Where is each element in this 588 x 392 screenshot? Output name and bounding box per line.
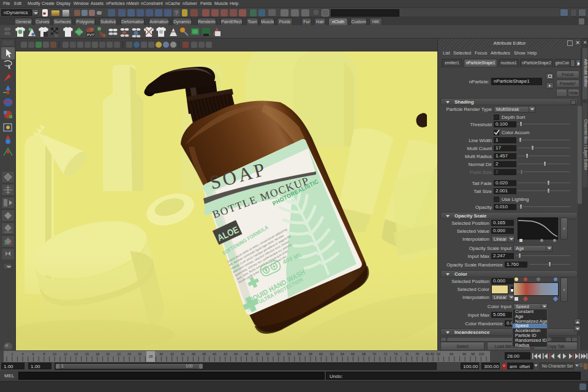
svg-text:28: 28 <box>149 355 153 358</box>
svg-text:66: 66 <box>351 352 355 356</box>
svg-text:92: 92 <box>437 352 440 356</box>
svg-text:48: 48 <box>255 352 259 356</box>
svg-text:32: 32 <box>170 352 174 356</box>
svg-text:10: 10 <box>53 352 56 356</box>
svg-text:4: 4 <box>21 352 23 356</box>
svg-text:44: 44 <box>234 352 238 356</box>
svg-text:14: 14 <box>74 352 78 356</box>
svg-text:94: 94 <box>450 352 453 356</box>
svg-text:46: 46 <box>244 352 248 356</box>
svg-text:56: 56 <box>298 352 301 356</box>
svg-text:12: 12 <box>64 352 67 356</box>
svg-text:26: 26 <box>138 352 141 356</box>
svg-text:40: 40 <box>213 352 216 356</box>
svg-text:42: 42 <box>224 352 227 356</box>
svg-text:20: 20 <box>106 352 110 356</box>
svg-text:36: 36 <box>192 352 195 356</box>
svg-text:2: 2 <box>11 352 13 356</box>
svg-text:100: 100 <box>478 352 484 356</box>
svg-text:76: 76 <box>405 352 409 356</box>
svg-text:70: 70 <box>372 352 376 356</box>
svg-text:58: 58 <box>309 352 312 356</box>
svg-text:16: 16 <box>85 352 89 356</box>
svg-text:6: 6 <box>32 352 34 356</box>
svg-text:72: 72 <box>383 352 387 356</box>
svg-text:60: 60 <box>319 352 323 356</box>
svg-text:34: 34 <box>181 352 184 356</box>
svg-text:96: 96 <box>462 352 466 356</box>
svg-text:68: 68 <box>362 352 366 356</box>
svg-text:8: 8 <box>43 352 45 356</box>
svg-text:22: 22 <box>117 352 121 356</box>
svg-text:38: 38 <box>202 352 206 356</box>
svg-text:30: 30 <box>159 352 163 356</box>
svg-text:52: 52 <box>277 352 281 356</box>
svg-text:78: 78 <box>415 352 419 356</box>
svg-text:18: 18 <box>96 352 99 356</box>
svg-text:82: 82 <box>431 352 434 356</box>
svg-text:64: 64 <box>341 352 344 356</box>
svg-text:50: 50 <box>266 352 270 356</box>
svg-text:PVT: PVT <box>87 33 94 37</box>
svg-text:24: 24 <box>127 352 131 356</box>
svg-text:80: 80 <box>426 352 429 356</box>
svg-text:54: 54 <box>287 352 291 356</box>
svg-text:98: 98 <box>471 352 475 356</box>
svg-text:74: 74 <box>394 352 398 356</box>
svg-text:62: 62 <box>330 352 334 356</box>
